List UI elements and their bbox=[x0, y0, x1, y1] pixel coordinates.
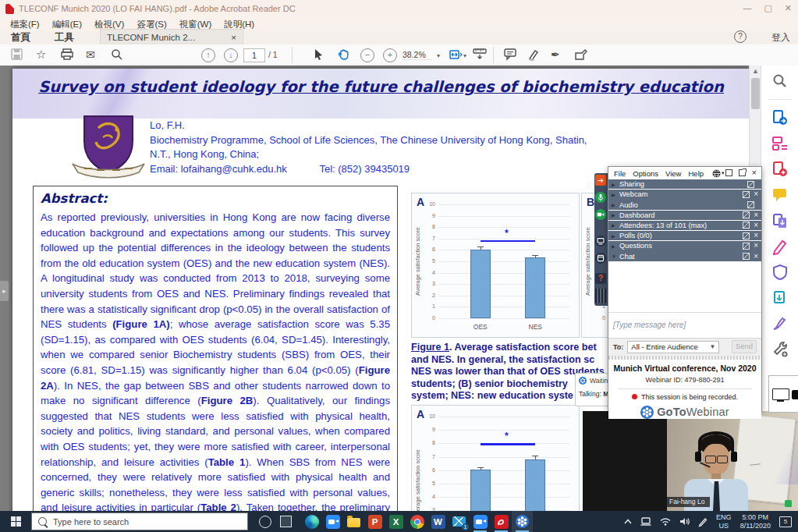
stamp-icon[interactable] bbox=[574, 48, 588, 62]
gtw-section-dashboard[interactable]: ▶Dashboard× bbox=[608, 211, 761, 220]
section-triangle-icon[interactable]: ▶ bbox=[612, 233, 619, 239]
section-triangle-icon[interactable]: ▶ bbox=[612, 212, 619, 218]
task-view-button[interactable] bbox=[275, 511, 296, 532]
scrollbar-thumb[interactable] bbox=[751, 78, 760, 109]
chat-input[interactable]: [Type message here] bbox=[608, 312, 761, 338]
send-button[interactable]: Send bbox=[732, 340, 757, 353]
more-tools-icon[interactable] bbox=[772, 342, 788, 357]
popout-icon[interactable] bbox=[743, 211, 750, 218]
taskbar-word[interactable]: W bbox=[427, 511, 449, 532]
save-icon[interactable] bbox=[11, 48, 25, 62]
create-pdf-icon[interactable] bbox=[772, 161, 788, 177]
gtw-section-audio[interactable]: ▶Audio bbox=[608, 200, 761, 209]
zoom-out-icon[interactable]: − bbox=[360, 48, 374, 62]
page-width-icon[interactable] bbox=[473, 48, 487, 62]
screen-preview-popup[interactable] bbox=[768, 375, 798, 413]
section-close-icon[interactable]: × bbox=[754, 211, 758, 219]
certificates-tool-icon[interactable] bbox=[772, 316, 788, 332]
comment-tool-icon[interactable] bbox=[772, 187, 788, 203]
notification-center-icon[interactable]: 5 bbox=[779, 516, 792, 527]
wifi-icon[interactable] bbox=[660, 517, 671, 526]
protect-tool-icon[interactable] bbox=[772, 264, 788, 280]
popout-icon[interactable] bbox=[743, 243, 750, 250]
section-triangle-icon[interactable]: ▶ bbox=[612, 202, 619, 207]
scroll-up-icon[interactable]: ▲ bbox=[750, 67, 761, 75]
section-triangle-icon[interactable]: ▶ bbox=[612, 222, 619, 228]
sign-in-button[interactable]: 登入 bbox=[771, 31, 790, 44]
gtw-menu-file[interactable]: File bbox=[614, 169, 626, 178]
start-button[interactable] bbox=[0, 511, 31, 532]
section-triangle-icon[interactable]: ▶ bbox=[612, 192, 619, 197]
zoom-caret-icon[interactable]: ▾ bbox=[437, 52, 440, 59]
taskbar-search-input[interactable]: Type here to search bbox=[31, 512, 248, 530]
section-close-icon[interactable]: × bbox=[754, 190, 758, 198]
fit-width-icon[interactable] bbox=[449, 48, 463, 62]
gtw-maximize-icon[interactable] bbox=[725, 169, 732, 176]
gtw-minimize-icon[interactable] bbox=[714, 172, 719, 173]
webcam-icon[interactable] bbox=[595, 209, 606, 220]
viewer-window-icon[interactable] bbox=[595, 253, 606, 264]
mic-icon[interactable] bbox=[595, 192, 606, 203]
taskbar-mail[interactable]: 1 bbox=[449, 511, 470, 532]
section-triangle-icon[interactable]: ▶ bbox=[612, 182, 619, 187]
gtw-section-polls[interactable]: ▶Polls (0/0)× bbox=[608, 231, 761, 240]
pen-icon[interactable] bbox=[698, 517, 708, 527]
gtw-section-sharing[interactable]: ▶Sharing bbox=[608, 179, 761, 189]
gtw-section-webcam[interactable]: ▶Webcam× bbox=[608, 190, 761, 199]
star-icon[interactable]: ☆ bbox=[36, 48, 50, 62]
section-close-icon[interactable]: × bbox=[754, 242, 758, 250]
select-tool-icon[interactable] bbox=[314, 48, 328, 62]
audience-select[interactable]: All - Entire Audience ▼ bbox=[627, 341, 719, 353]
organize-pages-icon[interactable] bbox=[772, 136, 788, 151]
gtw-section-chat[interactable]: ▼Chat× bbox=[608, 251, 761, 261]
nav-pane-toggle-icon[interactable]: ▸ bbox=[0, 281, 9, 301]
taskbar-camera-app[interactable] bbox=[322, 511, 343, 532]
taskbar-powerpoint[interactable]: P bbox=[364, 511, 385, 532]
next-page-icon[interactable]: ↓ bbox=[224, 48, 238, 62]
taskbar-zoom-running[interactable] bbox=[470, 511, 491, 532]
gtw-close-icon[interactable]: × bbox=[752, 170, 757, 176]
taskbar-chrome[interactable] bbox=[406, 511, 427, 532]
gtw-section-attendees[interactable]: ▶Attendees: 13 of 101 (max)× bbox=[608, 221, 761, 230]
help-bubble-icon[interactable]: ? bbox=[595, 273, 606, 284]
popout-icon[interactable] bbox=[743, 253, 750, 260]
comment-icon[interactable] bbox=[504, 48, 518, 62]
zoom-level-select[interactable]: 38.2% bbox=[403, 50, 432, 60]
menu-edit[interactable]: 編輯(E) bbox=[47, 19, 87, 30]
tab-close-icon[interactable]: × bbox=[231, 33, 236, 42]
tab-home[interactable]: 首頁 bbox=[11, 31, 30, 44]
gtw-menu-view[interactable]: View bbox=[665, 169, 681, 178]
gtw-menu-options[interactable]: Options bbox=[633, 169, 658, 178]
compress-pdf-icon[interactable] bbox=[772, 290, 788, 306]
help-icon[interactable]: ? bbox=[734, 30, 747, 43]
taskbar-gotowebinar-running[interactable] bbox=[512, 511, 533, 532]
popout-icon[interactable] bbox=[743, 191, 750, 198]
hand-tool-icon[interactable] bbox=[337, 48, 351, 62]
highlighter-icon[interactable] bbox=[527, 48, 541, 62]
gtw-section-questions[interactable]: ▶Questions× bbox=[608, 241, 761, 250]
collapse-panel-icon[interactable]: ➔ bbox=[595, 175, 606, 186]
tab-document[interactable]: TLECONF Munich 2... × bbox=[100, 29, 243, 45]
email-icon[interactable]: ✉ bbox=[86, 48, 100, 62]
gtw-menu-help[interactable]: Help bbox=[688, 169, 704, 178]
menu-file[interactable]: 檔案(F) bbox=[5, 19, 45, 30]
page-number-input[interactable]: 1 bbox=[243, 48, 265, 62]
tab-tools[interactable]: 工具 bbox=[55, 31, 74, 44]
section-close-icon[interactable]: × bbox=[754, 232, 758, 239]
taskbar-excel[interactable]: X bbox=[385, 511, 406, 532]
taskbar-acrobat-running[interactable] bbox=[491, 511, 512, 532]
taskbar-file-explorer[interactable] bbox=[343, 511, 364, 532]
section-close-icon[interactable]: × bbox=[754, 253, 758, 261]
popout-icon[interactable] bbox=[743, 232, 750, 239]
search-tool-icon[interactable] bbox=[772, 73, 788, 89]
search-icon[interactable] bbox=[111, 48, 125, 62]
tray-expand-icon[interactable] bbox=[624, 519, 632, 524]
popout-icon[interactable] bbox=[743, 222, 750, 229]
minimize-icon[interactable]: — bbox=[743, 3, 751, 13]
language-indicator[interactable]: ENGUS bbox=[716, 513, 732, 530]
volume-icon[interactable] bbox=[679, 517, 690, 526]
taskbar-edge[interactable] bbox=[301, 511, 322, 532]
popout-icon[interactable] bbox=[747, 201, 754, 208]
combine-files-icon[interactable] bbox=[772, 213, 788, 229]
export-pdf-icon[interactable] bbox=[772, 110, 788, 126]
